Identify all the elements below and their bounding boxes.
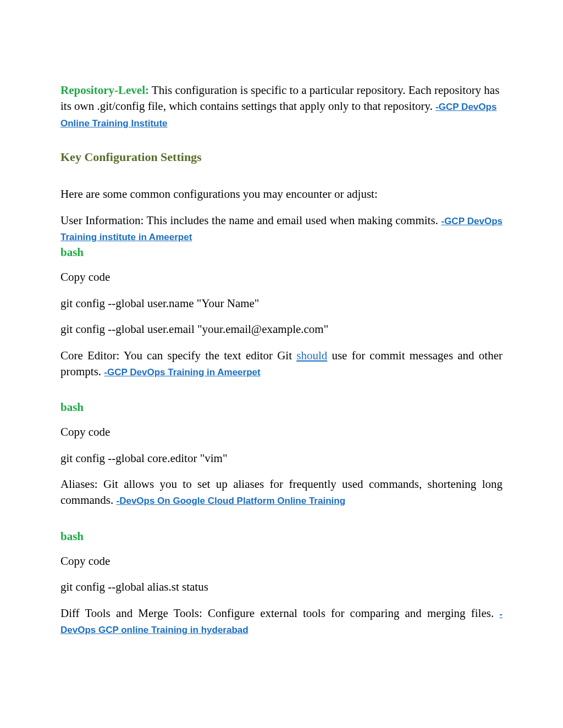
label-bash-3: bash — [60, 530, 503, 543]
command-user-email: git config --global user.email "your.ema… — [60, 321, 503, 337]
paragraph-aliases: Aliases: Git allows you to set up aliase… — [60, 476, 503, 509]
label-copy-code-3: Copy code — [60, 553, 503, 569]
text-user-information: User Information: This includes the name… — [60, 214, 441, 227]
heading-key-configuration-settings: Key Configuration Settings — [60, 150, 503, 164]
paragraph-user-information: User Information: This includes the name… — [60, 213, 503, 245]
paragraph-diff-merge-tools: Diff Tools and Merge Tools: Configure ex… — [60, 605, 503, 638]
label-repository-level: Repository-Level: — [60, 84, 149, 97]
command-alias: git config --global alias.st status — [60, 579, 503, 595]
text-diff-merge: Diff Tools and Merge Tools: Configure ex… — [60, 607, 499, 620]
command-core-editor: git config --global core.editor "vim" — [60, 451, 503, 466]
document-page: Repository-Level: This configuration is … — [0, 0, 563, 728]
command-user-name: git config --global user.name "Your Name… — [60, 296, 503, 312]
label-bash-2: bash — [60, 401, 503, 414]
link-devops-google-cloud-training[interactable]: -DevOps On Google Cloud Platform Online … — [116, 496, 345, 506]
text-core-editor-1: Core Editor: You can specify the text ed… — [60, 349, 296, 362]
link-gcp-devops-training-ameerpet[interactable]: -GCP DevOps Training in Ameerpet — [104, 367, 260, 377]
label-copy-code-2: Copy code — [60, 424, 503, 440]
paragraph-repository-level: Repository-Level: This configuration is … — [60, 82, 503, 131]
label-bash-1: bash — [60, 246, 503, 259]
label-copy-code-1: Copy code — [60, 269, 503, 285]
link-should[interactable]: should — [296, 349, 327, 362]
paragraph-intro-configs: Here are some common configurations you … — [60, 186, 503, 202]
paragraph-core-editor: Core Editor: You can specify the text ed… — [60, 348, 503, 380]
